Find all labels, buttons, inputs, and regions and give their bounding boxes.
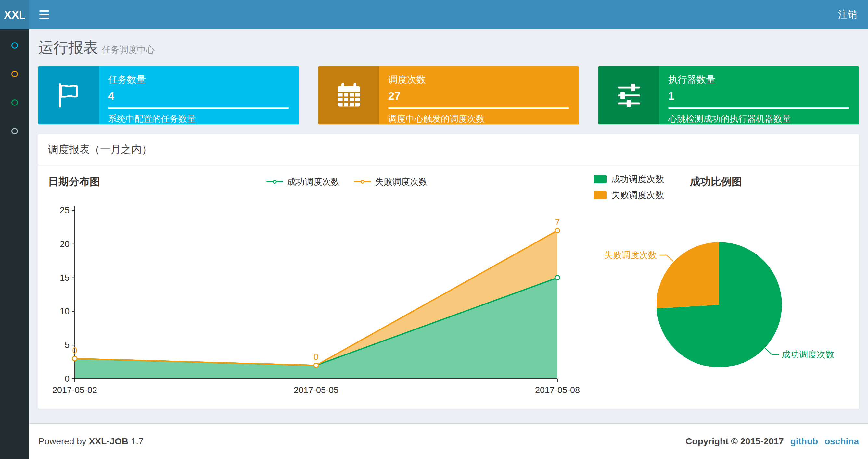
- logout-link[interactable]: 注销: [827, 0, 868, 29]
- svg-text:失败调度次数: 失败调度次数: [604, 250, 657, 260]
- sidebar-toggle-button[interactable]: [29, 0, 59, 29]
- sidebar-item-4[interactable]: [0, 117, 29, 145]
- info-box-title: 执行器数量: [668, 73, 849, 86]
- page-title: 运行报表任务调度中心: [38, 38, 859, 58]
- svg-text:0: 0: [72, 346, 77, 356]
- line-marker-icon: [267, 178, 283, 185]
- main-footer: Powered by XXL-JOB 1.7 Copyright © 2015-…: [29, 423, 868, 459]
- info-box-value: 1: [668, 90, 849, 102]
- svg-text:20: 20: [60, 239, 69, 249]
- logo-text-light: L: [19, 8, 25, 21]
- sliders-icon: [598, 66, 659, 124]
- report-panel: 调度报表（一月之内） 日期分布图 成功调度次数: [38, 134, 859, 409]
- success-ratio-section: 成功调度次数 失败调度次数 成功比例图 成功调度次数失败调度次数: [594, 173, 849, 406]
- circle-icon: [11, 99, 18, 106]
- svg-text:15: 15: [60, 273, 69, 283]
- svg-text:25: 25: [60, 205, 69, 215]
- success-ratio-chart[interactable]: 成功调度次数失败调度次数: [594, 201, 841, 402]
- calendar-icon: [318, 66, 379, 124]
- info-box-triggers: 调度次数 27 调度中心触发的调度次数: [318, 66, 579, 124]
- svg-text:2017-05-02: 2017-05-02: [52, 385, 97, 395]
- logo-text-bold: XX: [4, 8, 19, 21]
- info-box-progress: [388, 107, 569, 109]
- info-box-description: 调度中心触发的调度次数: [388, 113, 569, 124]
- app-logo[interactable]: XXL: [0, 0, 29, 29]
- sidebar: [0, 29, 29, 459]
- line-chart-legend: 成功调度次数 失败调度次数: [100, 176, 594, 188]
- product-name: XXL-JOB: [89, 436, 128, 446]
- info-box-value: 4: [108, 90, 289, 102]
- swatch-icon: [594, 175, 607, 184]
- line-marker-icon: [354, 178, 371, 185]
- info-box-value: 27: [388, 90, 569, 102]
- page-subtitle: 任务调度中心: [102, 45, 155, 55]
- info-box-executors: 执行器数量 1 心跳检测成功的执行器机器数量: [598, 66, 859, 124]
- svg-text:2017-05-08: 2017-05-08: [535, 385, 580, 395]
- legend-item-success[interactable]: 成功调度次数: [267, 176, 340, 188]
- content-area: 运行报表任务调度中心 任务数量 4 系统中配置的任务数量: [29, 29, 868, 423]
- sidebar-item-3[interactable]: [0, 88, 29, 117]
- svg-text:0: 0: [65, 374, 69, 384]
- circle-icon: [11, 71, 18, 77]
- powered-by: Powered by XXL-JOB 1.7: [38, 436, 144, 447]
- sidebar-item-1[interactable]: [0, 31, 29, 60]
- report-panel-title: 调度报表（一月之内）: [38, 134, 859, 166]
- legend-item-success[interactable]: 成功调度次数: [594, 173, 664, 185]
- legend-item-fail[interactable]: 失败调度次数: [354, 176, 428, 188]
- github-link[interactable]: github: [790, 436, 818, 447]
- info-box-progress: [108, 107, 289, 109]
- circle-icon: [11, 128, 18, 134]
- svg-text:2017-05-05: 2017-05-05: [294, 385, 339, 395]
- info-box-title: 任务数量: [108, 73, 289, 86]
- info-box-progress: [668, 107, 849, 109]
- line-chart-title: 日期分布图: [48, 175, 100, 189]
- info-box-description: 心跳检测成功的执行器机器数量: [668, 113, 849, 124]
- legend-item-fail[interactable]: 失败调度次数: [594, 189, 664, 201]
- date-distribution-section: 日期分布图 成功调度次数: [48, 173, 594, 406]
- info-box-title: 调度次数: [388, 73, 569, 86]
- info-box-jobs: 任务数量 4 系统中配置的任务数量: [38, 66, 299, 124]
- sidebar-item-2[interactable]: [0, 60, 29, 88]
- swatch-icon: [594, 191, 607, 199]
- pie-chart-legend: 成功调度次数 失败调度次数: [594, 173, 664, 201]
- copyright: Copyright © 2015-2017: [685, 436, 783, 447]
- oschina-link[interactable]: oschina: [825, 436, 859, 447]
- product-version: 1.7: [131, 436, 144, 446]
- content-header: 运行报表任务调度中心: [29, 29, 868, 58]
- hamburger-icon: [39, 10, 49, 12]
- svg-text:0: 0: [313, 352, 318, 362]
- svg-text:5: 5: [65, 340, 69, 350]
- info-box-description: 系统中配置的任务数量: [108, 113, 289, 124]
- date-distribution-chart[interactable]: 05101520252017-05-022017-05-052017-05-08…: [48, 192, 594, 406]
- flag-icon: [38, 66, 99, 124]
- svg-text:7: 7: [555, 218, 560, 227]
- summary-boxes: 任务数量 4 系统中配置的任务数量: [29, 58, 868, 124]
- circle-icon: [11, 42, 18, 49]
- svg-text:成功调度次数: 成功调度次数: [782, 350, 834, 359]
- top-navbar: XXL 注销: [0, 0, 868, 29]
- pie-chart-title: 成功比例图: [690, 175, 742, 189]
- svg-text:10: 10: [60, 306, 69, 316]
